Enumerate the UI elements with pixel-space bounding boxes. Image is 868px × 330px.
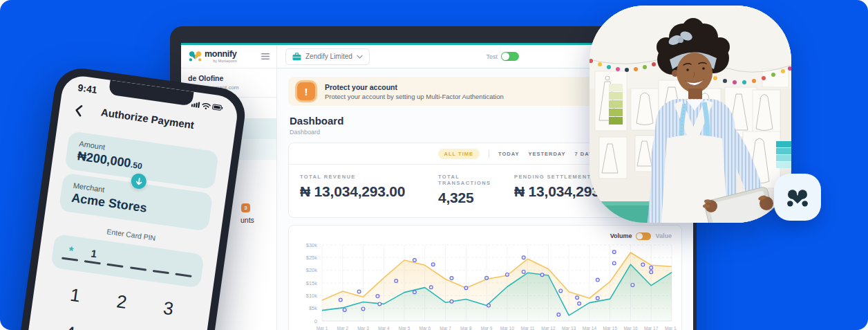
test-mode: Test bbox=[486, 52, 519, 61]
legend-volume: Volume bbox=[610, 232, 632, 239]
toggle-knob bbox=[502, 53, 509, 60]
svg-text:Mar 14: Mar 14 bbox=[583, 326, 597, 330]
brand-name: monnify bbox=[205, 50, 237, 58]
monnify-logo: monnify by Moniepoint bbox=[188, 50, 237, 63]
menu-icon[interactable] bbox=[261, 53, 270, 59]
pin-slot-2: 1 bbox=[84, 246, 103, 264]
status-time: 9:41 bbox=[77, 82, 98, 95]
pin-slot-5 bbox=[153, 256, 171, 274]
phone-mockup: 9:41 bbox=[12, 65, 248, 330]
chevron-down-icon bbox=[357, 55, 363, 59]
volume-value-toggle[interactable] bbox=[636, 232, 651, 240]
business-name: Zendify Limited bbox=[305, 53, 352, 60]
briefcase-icon bbox=[292, 53, 301, 61]
brand-text: monnify by Moniepoint bbox=[205, 50, 237, 63]
stat-total-transactions: TOTAL TRANSACTIONS4,325 bbox=[438, 174, 514, 206]
svg-text:$30k: $30k bbox=[306, 242, 318, 248]
monnify-mark-icon bbox=[782, 182, 813, 212]
stat-total-revenue: TOTAL REVENUE₦ 13,034,293.00 bbox=[300, 174, 438, 206]
toggle-knob bbox=[636, 233, 643, 239]
alert-text: Protect your account Protect your accoun… bbox=[325, 83, 504, 100]
key-3[interactable]: 3 bbox=[162, 297, 175, 320]
svg-text:Mar 13: Mar 13 bbox=[562, 326, 576, 330]
svg-text:$5k: $5k bbox=[309, 305, 317, 311]
monnify-logo-icon bbox=[188, 50, 202, 63]
notification-badge: 3 bbox=[241, 203, 250, 212]
filter-today[interactable]: TODAY bbox=[498, 151, 519, 157]
svg-text:Mar 9: Mar 9 bbox=[481, 326, 493, 330]
svg-text:Mar 12: Mar 12 bbox=[541, 326, 556, 330]
svg-text:Mar 8: Mar 8 bbox=[460, 326, 472, 330]
key-4[interactable]: 4 bbox=[64, 322, 77, 330]
svg-text:Mar 18: Mar 18 bbox=[665, 326, 677, 330]
business-selector[interactable]: Zendify Limited bbox=[285, 48, 370, 65]
svg-text:$20k: $20k bbox=[306, 267, 318, 273]
pin-slot-3 bbox=[107, 250, 126, 268]
alert-title: Protect your account bbox=[325, 83, 504, 91]
status-icons bbox=[191, 100, 223, 111]
sidebar-header: monnify by Moniepoint bbox=[181, 45, 276, 68]
test-mode-label: Test bbox=[486, 53, 498, 60]
key-2[interactable]: 2 bbox=[115, 291, 129, 313]
keypad: 123456 bbox=[28, 279, 211, 330]
warning-icon: ! bbox=[295, 80, 317, 102]
test-mode-toggle[interactable] bbox=[501, 52, 519, 61]
pin-slot-1: * bbox=[62, 244, 80, 262]
svg-text:Mar 5: Mar 5 bbox=[399, 326, 411, 330]
svg-text:Mar 10: Mar 10 bbox=[500, 326, 515, 330]
svg-text:0: 0 bbox=[314, 318, 317, 324]
svg-text:Mar 11: Mar 11 bbox=[521, 326, 535, 330]
user-name: de Olofine bbox=[188, 74, 270, 82]
sidebar-item-accounts[interactable]: unts bbox=[240, 216, 254, 224]
phone-screen: 9:41 bbox=[21, 73, 240, 330]
svg-text:Mar 4: Mar 4 bbox=[378, 326, 390, 330]
hero-banner: monnify by Moniepoint de Olofine olofin@… bbox=[0, 0, 868, 330]
revenue-chart: $30k$25k$20k$15k$10k$5k0Mar 1Mar 2Mar 3M… bbox=[299, 242, 677, 330]
svg-text:Mar 17: Mar 17 bbox=[644, 326, 659, 330]
svg-text:Mar 3: Mar 3 bbox=[357, 326, 369, 330]
filter-yesterday[interactable]: YESTERDAY bbox=[528, 151, 565, 157]
alert-message: Protect your account by setting up Multi… bbox=[325, 93, 504, 100]
key-1[interactable]: 1 bbox=[69, 284, 82, 306]
svg-text:Mar 16: Mar 16 bbox=[623, 326, 638, 330]
chart-legend: Volume Value bbox=[299, 231, 672, 241]
svg-text:Mar 2: Mar 2 bbox=[337, 326, 348, 330]
svg-text:$15k: $15k bbox=[306, 280, 318, 286]
svg-text:$25k: $25k bbox=[306, 255, 318, 261]
svg-text:Mar 6: Mar 6 bbox=[419, 326, 431, 330]
svg-text:Mar 7: Mar 7 bbox=[440, 326, 451, 330]
monnify-badge bbox=[774, 174, 821, 221]
legend-value: Value bbox=[655, 232, 672, 239]
chart-card: Volume Value $30k$25k$20k$15k$10k$5k0Mar… bbox=[288, 225, 682, 330]
svg-text:$10k: $10k bbox=[306, 293, 318, 299]
brand-byline: by Moniepoint bbox=[205, 59, 237, 63]
merchant-photo bbox=[589, 6, 791, 223]
pin-slot-4 bbox=[130, 253, 149, 271]
filter-divider bbox=[489, 150, 489, 158]
filter-all-time[interactable]: ALL TIME bbox=[438, 149, 480, 159]
svg-text:Mar 15: Mar 15 bbox=[603, 326, 618, 330]
svg-text:Mar 1: Mar 1 bbox=[317, 326, 328, 330]
pin-slot-6 bbox=[175, 259, 194, 277]
